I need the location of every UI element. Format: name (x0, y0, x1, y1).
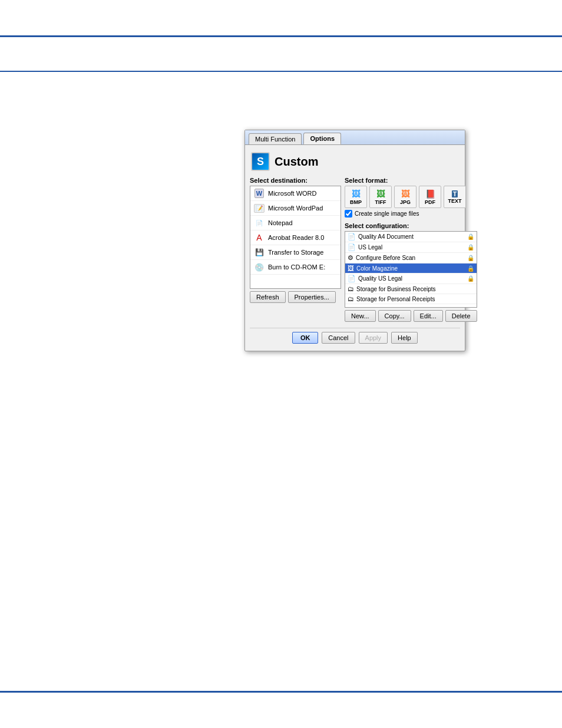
format-section: Select format: 🖼 BMP 🖼 TIFF 🖼 JPG (345, 177, 477, 219)
format-pdf-button[interactable]: 📕 PDF (419, 186, 441, 208)
format-jpg-button[interactable]: 🖼 JPG (394, 186, 416, 208)
dest-notepad-label: Notepad (268, 219, 293, 226)
config-biz-receipts[interactable]: 🗂 Storage for Business Receipts (345, 284, 477, 294)
dest-notepad[interactable]: 📄 Notepad (250, 216, 340, 230)
dest-mswordpad[interactable]: 📝 Microsoft WordPad (250, 201, 340, 216)
config-color-magazine[interactable]: 🖼 Color Magazine 🔒 (345, 263, 477, 274)
dialog-content: S Custom Select destination: W Microsoft… (245, 145, 465, 351)
text-icon: T (452, 190, 458, 197)
storage-icon: 💾 (253, 247, 265, 258)
text-label: TEXT (448, 198, 461, 204)
pdf-label: PDF (425, 199, 435, 205)
personal-receipts-label: Storage for Personal Receipts (356, 296, 435, 302)
format-text-button[interactable]: T TEXT (444, 186, 466, 208)
us-legal-icon: 📄 (348, 243, 356, 251)
config-quality-us-legal-left: 📄 Quality US Legal (348, 275, 402, 282)
config-color-magazine-left: 🖼 Color Magazine (348, 265, 398, 272)
wordpad-icon: 📝 (253, 203, 265, 213)
config-personal-receipts[interactable]: 🗂 Storage for Personal Receipts (345, 294, 477, 304)
biz-receipts-label: Storage for Business Receipts (356, 286, 436, 292)
apply-button[interactable]: Apply (359, 332, 388, 344)
config-actions: New... Copy... Edit... Delete (345, 310, 477, 322)
configure-before-label: Configure Before Scan (356, 255, 415, 261)
properties-button[interactable]: Properties... (288, 291, 336, 303)
dest-storage[interactable]: 💾 Transfer to Storage (250, 245, 340, 260)
dest-acrobat[interactable]: A Acrobat Reader 8.0 (250, 230, 340, 245)
left-panel: Select destination: W Microsoft WORD 📝 M… (250, 177, 341, 322)
color-magazine-label: Color Magazine (356, 265, 398, 272)
top-line-2 (0, 71, 562, 72)
single-files-label: Create single image files (355, 210, 419, 217)
copy-button[interactable]: Copy... (378, 310, 411, 322)
delete-button[interactable]: Delete (445, 310, 477, 322)
cancel-button[interactable]: Cancel (322, 332, 355, 344)
quality-us-legal-lock: 🔒 (467, 275, 474, 282)
config-label: Select configuration: (345, 222, 477, 229)
config-configure-before[interactable]: ⚙ Configure Before Scan 🔒 (345, 253, 477, 263)
right-panel: Select format: 🖼 BMP 🖼 TIFF 🖼 JPG (345, 177, 477, 322)
tiff-icon: 🖼 (376, 189, 385, 199)
custom-icon: S (251, 152, 270, 171)
config-us-legal-left: 📄 US Legal (348, 243, 382, 251)
format-bmp-button[interactable]: 🖼 BMP (345, 186, 367, 208)
bottom-line (0, 691, 562, 693)
quality-us-legal-icon: 📄 (348, 275, 356, 282)
config-quality-us-legal[interactable]: 📄 Quality US Legal 🔒 (345, 274, 477, 284)
color-magazine-icon: 🖼 (348, 265, 354, 272)
us-legal-lock: 🔒 (467, 244, 474, 251)
biz-receipts-icon: 🗂 (348, 285, 354, 292)
destination-label: Select destination: (250, 177, 341, 184)
dest-msword[interactable]: W Microsoft WORD (250, 186, 340, 201)
tab-multi-function[interactable]: Multi Function (249, 133, 302, 144)
bmp-icon: 🖼 (352, 189, 360, 199)
word-icon: W (253, 188, 265, 199)
dest-acrobat-label: Acrobat Reader 8.0 (268, 234, 324, 241)
bmp-label: BMP (350, 199, 362, 205)
jpg-label: JPG (400, 199, 411, 205)
dialog: Multi Function Options S Custom Select d… (244, 130, 465, 351)
format-tiff-button[interactable]: 🖼 TIFF (369, 186, 392, 208)
us-legal-label: US Legal (358, 244, 382, 251)
new-button[interactable]: New... (345, 310, 376, 322)
ok-button[interactable]: OK (292, 332, 318, 344)
refresh-props-row: Refresh Properties... (250, 291, 341, 303)
notepad-icon: 📄 (253, 218, 265, 228)
cdrom-icon: 💿 (253, 262, 265, 272)
config-list[interactable]: 📄 Quality A4 Document 🔒 📄 US Legal 🔒 (345, 231, 477, 308)
refresh-button[interactable]: Refresh (250, 291, 286, 303)
config-us-legal[interactable]: 📄 US Legal 🔒 (345, 242, 477, 253)
tiff-label: TIFF (375, 199, 386, 205)
quality-a4-label: Quality A4 Document (358, 233, 414, 240)
dest-mswordpad-label: Microsoft WordPad (268, 205, 323, 212)
custom-title: Custom (275, 155, 318, 169)
personal-receipts-icon: 🗂 (348, 295, 354, 302)
format-buttons: 🖼 BMP 🖼 TIFF 🖼 JPG 📕 (345, 186, 477, 208)
acrobat-icon: A (253, 232, 265, 243)
main-body: Select destination: W Microsoft WORD 📝 M… (250, 177, 460, 322)
quality-a4-lock: 🔒 (467, 233, 474, 240)
jpg-icon: 🖼 (401, 189, 409, 199)
config-personal-receipts-left: 🗂 Storage for Personal Receipts (348, 295, 435, 302)
single-files-row: Create single image files (345, 210, 477, 218)
config-quality-a4-left: 📄 Quality A4 Document (348, 233, 414, 241)
format-label: Select format: (345, 177, 477, 184)
single-files-checkbox[interactable] (345, 210, 352, 218)
bottom-buttons: OK Cancel Apply Help (250, 328, 460, 346)
tab-options[interactable]: Options (303, 133, 341, 144)
dest-cdrom[interactable]: 💿 Burn to CD-ROM E: (250, 260, 340, 275)
config-quality-a4[interactable]: 📄 Quality A4 Document 🔒 (345, 232, 477, 242)
dest-msword-label: Microsoft WORD (268, 190, 317, 197)
configure-before-icon: ⚙ (348, 254, 353, 262)
header-row: S Custom (250, 150, 460, 173)
configure-before-lock: 🔒 (467, 255, 474, 261)
quality-us-legal-label: Quality US Legal (358, 275, 402, 282)
config-section: Select configuration: 📄 Quality A4 Docum… (345, 222, 477, 322)
color-magazine-lock: 🔒 (467, 265, 474, 272)
destination-list[interactable]: W Microsoft WORD 📝 Microsoft WordPad 📄 (250, 186, 341, 289)
pdf-icon: 📕 (425, 189, 435, 199)
config-biz-receipts-left: 🗂 Storage for Business Receipts (348, 285, 436, 292)
edit-button[interactable]: Edit... (414, 310, 443, 322)
config-configure-before-left: ⚙ Configure Before Scan (348, 254, 415, 262)
dialog-titlebar: Multi Function Options (245, 130, 465, 145)
help-button[interactable]: Help (391, 332, 418, 344)
